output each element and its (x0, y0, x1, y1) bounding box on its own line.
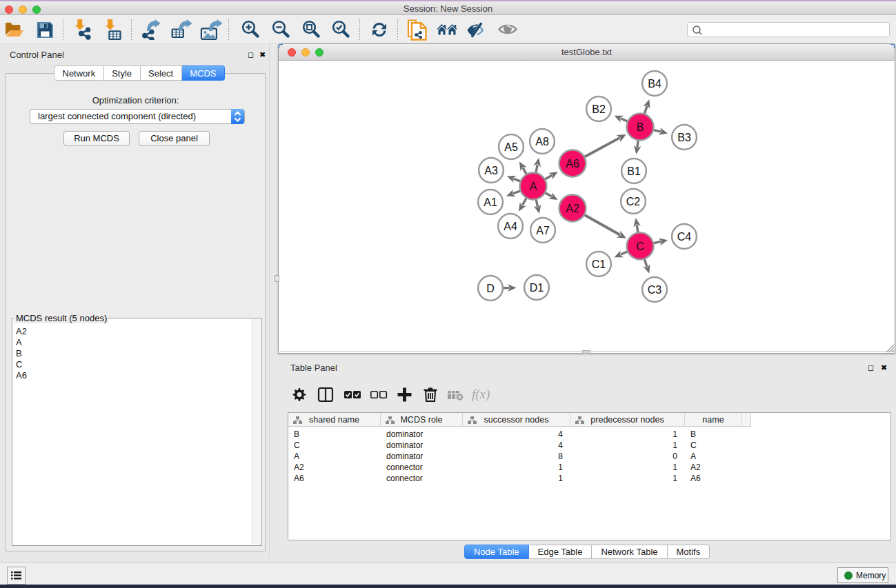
svg-text:D1: D1 (530, 282, 544, 294)
svg-text:C3: C3 (648, 284, 662, 296)
svg-text:B1: B1 (627, 165, 641, 177)
svg-text:A5: A5 (504, 141, 518, 153)
svg-text:A7: A7 (536, 225, 550, 236)
svg-text:D: D (486, 283, 495, 294)
svg-text:B4: B4 (648, 78, 661, 90)
svg-text:C: C (636, 241, 644, 252)
svg-text:B: B (637, 121, 644, 133)
svg-text:A3: A3 (484, 165, 498, 176)
svg-text:B3: B3 (677, 132, 691, 143)
svg-text:C4: C4 (677, 231, 692, 243)
svg-text:C1: C1 (592, 258, 606, 270)
svg-text:C2: C2 (626, 196, 641, 207)
svg-text:A8: A8 (535, 136, 549, 148)
svg-text:A1: A1 (484, 196, 497, 208)
svg-text:B2: B2 (592, 103, 606, 115)
svg-text:A: A (530, 181, 537, 192)
svg-text:A4: A4 (504, 221, 517, 232)
svg-text:A6: A6 (566, 158, 579, 170)
svg-text:A2: A2 (566, 203, 579, 214)
